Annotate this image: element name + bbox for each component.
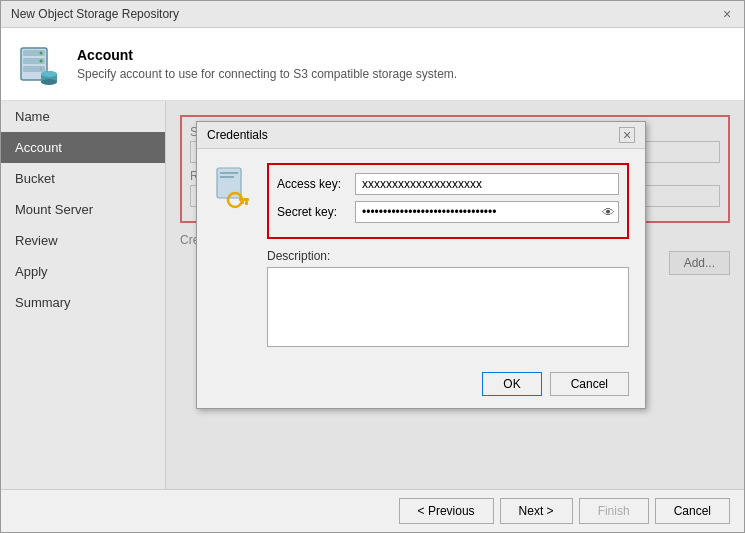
window-title: New Object Storage Repository <box>11 7 179 21</box>
cancel-button[interactable]: Cancel <box>550 372 629 396</box>
dialog-body: Access key: Secret key: 👁 <box>197 149 645 364</box>
key-icon <box>213 163 253 213</box>
cancel-bottom-button[interactable]: Cancel <box>655 498 730 524</box>
sidebar: Name Account Bucket Mount Server Review … <box>1 101 166 489</box>
window-close-button[interactable]: × <box>720 7 734 21</box>
dialog-fields: Access key: Secret key: 👁 <box>267 163 629 350</box>
sidebar-item-account[interactable]: Account <box>1 132 165 163</box>
svg-point-9 <box>41 79 57 85</box>
previous-button[interactable]: < Previous <box>399 498 494 524</box>
storage-icon <box>15 40 63 88</box>
description-textarea[interactable] <box>267 267 629 347</box>
header-section: Account Specify account to use for conne… <box>1 28 744 101</box>
secret-key-label: Secret key: <box>277 205 349 219</box>
svg-point-6 <box>40 68 43 71</box>
credentials-dialog: Credentials × <box>196 121 646 409</box>
dialog-title: Credentials <box>207 128 268 142</box>
secret-key-row: Secret key: 👁 <box>277 201 619 223</box>
svg-rect-17 <box>241 201 244 204</box>
description-label: Description: <box>267 249 629 263</box>
header-description: Specify account to use for connecting to… <box>77 67 457 81</box>
svg-rect-12 <box>220 172 238 174</box>
title-bar: New Object Storage Repository × <box>1 1 744 28</box>
main-content: Name Account Bucket Mount Server Review … <box>1 101 744 489</box>
access-key-row: Access key: <box>277 173 619 195</box>
content-area: Service point: Region: Credentials: Add.… <box>166 101 744 489</box>
secret-key-wrapper: 👁 <box>355 201 619 223</box>
svg-rect-13 <box>220 176 234 178</box>
credentials-fields-box: Access key: Secret key: 👁 <box>267 163 629 239</box>
credentials-overlay: Credentials × <box>166 101 744 489</box>
finish-button[interactable]: Finish <box>579 498 649 524</box>
eye-icon[interactable]: 👁 <box>598 202 618 222</box>
access-key-input[interactable] <box>355 173 619 195</box>
dialog-icon-row: Access key: Secret key: 👁 <box>213 163 629 350</box>
ok-button[interactable]: OK <box>482 372 541 396</box>
svg-rect-15 <box>239 198 249 201</box>
next-button[interactable]: Next > <box>500 498 573 524</box>
svg-rect-16 <box>245 201 248 205</box>
header-text: Account Specify account to use for conne… <box>77 47 457 81</box>
sidebar-item-summary[interactable]: Summary <box>1 287 165 318</box>
sidebar-item-review[interactable]: Review <box>1 225 165 256</box>
sidebar-item-bucket[interactable]: Bucket <box>1 163 165 194</box>
svg-point-10 <box>41 71 57 77</box>
dialog-close-button[interactable]: × <box>619 127 635 143</box>
dialog-buttons: OK Cancel <box>197 364 645 408</box>
sidebar-item-name[interactable]: Name <box>1 101 165 132</box>
svg-point-5 <box>40 60 43 63</box>
bottom-bar: < Previous Next > Finish Cancel <box>1 489 744 532</box>
svg-point-4 <box>40 52 43 55</box>
header-icon <box>15 40 63 88</box>
secret-key-input[interactable] <box>356 202 598 222</box>
main-window: New Object Storage Repository × <box>0 0 745 533</box>
dialog-title-bar: Credentials × <box>197 122 645 149</box>
sidebar-item-mount-server[interactable]: Mount Server <box>1 194 165 225</box>
sidebar-item-apply[interactable]: Apply <box>1 256 165 287</box>
header-title: Account <box>77 47 457 63</box>
access-key-label: Access key: <box>277 177 349 191</box>
